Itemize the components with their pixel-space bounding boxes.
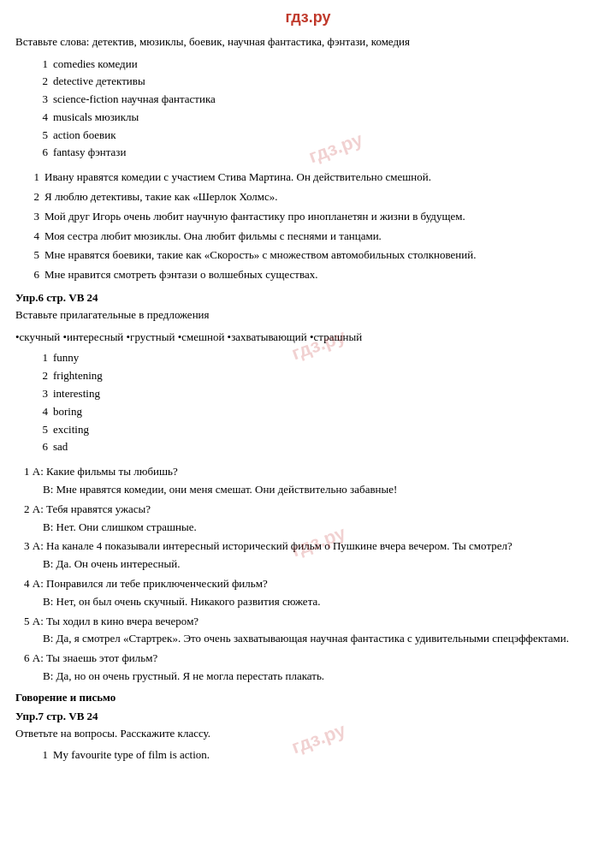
dialog-b: В: Мне нравятся комедии, они меня смешат… — [43, 481, 601, 499]
dialog-item: 1 А: Какие фильмы ты любишь? В: Мне нрав… — [24, 463, 601, 499]
sentence-text: Мой друг Игорь очень любит научную фанта… — [44, 208, 465, 226]
list-item: 1 funny — [33, 349, 601, 367]
dialog-num-a: 6 А: Ты знаешь этот фильм? — [24, 650, 601, 668]
item-num: 4 — [33, 403, 48, 421]
section2-header: Упр.6 стр. VB 24 — [15, 291, 601, 305]
dialog-b: В: Да, но он очень грустный. Я не могла … — [43, 668, 601, 686]
dialog-b: В: Да. Он очень интересный. — [43, 556, 601, 574]
list-item: 1 My favourite type of film is action. — [33, 746, 601, 764]
dialog-num: 2 — [24, 502, 30, 515]
list-item: 2 detective детективы — [33, 73, 601, 91]
sentence-num: 1 — [24, 169, 39, 187]
sentence-item: 2 Я люблю детективы, такие как «Шерлок Х… — [24, 188, 601, 206]
section3-header2: Упр.7 стр. VB 24 — [15, 710, 601, 723]
sentence-item: 5 Мне нравятся боевики, такие как «Скоро… — [24, 247, 601, 264]
item-text: interesting — [53, 385, 100, 403]
list-item: 3 science-fiction научная фантастика — [33, 91, 601, 109]
dialog-num: 4 — [24, 577, 30, 590]
item-num: 1 — [33, 56, 48, 74]
dialog-a: А: Тебя нравятся ужасы? — [33, 502, 151, 515]
item-text: comedies комедии — [53, 56, 138, 74]
dialog-a: А: Ты ходил в кино вчера вечером? — [33, 615, 198, 627]
item-num: 3 — [33, 385, 48, 403]
item-text: funny — [53, 349, 79, 367]
dialog-a: А: На канале 4 показывали интересный ист… — [33, 539, 512, 552]
list-item: 4 musicals мюзиклы — [33, 109, 601, 127]
list-item: 6 fantasy фэнтази — [33, 144, 601, 162]
sentence-num: 3 — [24, 208, 39, 226]
dialog-item: 3 А: На канале 4 показывали интересный и… — [24, 538, 601, 574]
list-item: 5 exciting — [33, 421, 601, 439]
dialog-num: 6 — [24, 651, 30, 664]
list-item: 3 interesting — [33, 385, 601, 403]
item-num: 6 — [33, 438, 48, 456]
list-item: 6 sad — [33, 438, 601, 456]
dialog-a: А: Понравился ли тебе приключенческий фи… — [33, 577, 268, 590]
item-num: 2 — [33, 367, 48, 385]
section1-instruction-text: Вставьте слова: детектив, мюзиклы, боеви… — [15, 35, 410, 48]
item-text: action боевик — [53, 127, 116, 145]
item-num: 5 — [33, 421, 48, 439]
dialog-num-a: 1 А: Какие фильмы ты любишь? — [24, 463, 601, 481]
list-item: 1 comedies комедии — [33, 56, 601, 74]
item-text: frightening — [53, 367, 103, 385]
dialog-a: А: Какие фильмы ты любишь? — [33, 465, 178, 478]
item-text: My favourite type of film is action. — [53, 746, 210, 764]
section3-list: 1 My favourite type of film is action. — [33, 746, 601, 764]
item-text: exciting — [53, 421, 89, 439]
dialog-item: 5 А: Ты ходил в кино вчера вечером? В: Д… — [24, 613, 601, 649]
item-num: 1 — [33, 746, 48, 764]
sentence-text: Мне нравится смотреть фэнтази о волшебны… — [44, 266, 318, 284]
site-title: гдз.ру — [15, 9, 601, 27]
dialog-num-a: 3 А: На канале 4 показывали интересный и… — [24, 538, 601, 556]
item-text: fantasy фэнтази — [53, 144, 126, 162]
item-text: sad — [53, 438, 68, 456]
item-num: 2 — [33, 73, 48, 91]
section3-header1: Говорение и письмо — [15, 691, 601, 704]
sentence-item: 4 Моя сестра любит мюзиклы. Она любит фи… — [24, 228, 601, 246]
section2-dialogs: 1 А: Какие фильмы ты любишь? В: Мне нрав… — [24, 463, 601, 686]
dialog-num-a: 5 А: Ты ходил в кино вчера вечером? — [24, 613, 601, 631]
dialog-num-a: 2 А: Тебя нравятся ужасы? — [24, 501, 601, 519]
sentence-text: Ивану нравятся комедии с участием Стива … — [44, 169, 431, 187]
item-text: science-fiction научная фантастика — [53, 91, 216, 109]
dialog-num: 5 — [24, 615, 30, 627]
section3-instruction: Ответьте на вопросы. Расскажите классу. — [15, 725, 601, 742]
list-item: 2 frightening — [33, 367, 601, 385]
sentence-num: 4 — [24, 228, 39, 246]
dialog-b: В: Нет, он был очень скучный. Никакого р… — [43, 593, 601, 611]
list-item: 4 boring — [33, 403, 601, 421]
sentence-item: 6 Мне нравится смотреть фэнтази о волшеб… — [24, 266, 601, 284]
dialog-num-a: 4 А: Понравился ли тебе приключенческий … — [24, 575, 601, 593]
item-text: musicals мюзиклы — [53, 109, 139, 127]
dialog-item: 4 А: Понравился ли тебе приключенческий … — [24, 575, 601, 611]
item-num: 5 — [33, 127, 48, 145]
section1-sentences: 1 Ивану нравятся комедии с участием Стив… — [24, 169, 601, 284]
sentence-num: 6 — [24, 266, 39, 284]
sentence-text: Я люблю детективы, такие как «Шерлок Хол… — [44, 188, 278, 206]
dialog-b: В: Нет. Они слишком страшные. — [43, 519, 601, 537]
sentence-item: 1 Ивану нравятся комедии с участием Стив… — [24, 169, 601, 187]
item-num: 4 — [33, 109, 48, 127]
item-text: detective детективы — [53, 73, 145, 91]
sentence-text: Моя сестра любит мюзиклы. Она любит филь… — [44, 228, 382, 246]
dialog-item: 6 А: Ты знаешь этот фильм? В: Да, но он … — [24, 650, 601, 686]
section2-word-list: 1 funny 2 frightening 3 interesting 4 bo… — [33, 349, 601, 456]
dialog-a: А: Ты знаешь этот фильм? — [33, 651, 158, 664]
sentence-num: 2 — [24, 188, 39, 206]
item-text: boring — [53, 403, 82, 421]
item-num: 6 — [33, 144, 48, 162]
section2-bullets: •скучный •интересный •грустный •смешной … — [15, 329, 601, 347]
sentence-item: 3 Мой друг Игорь очень любит научную фан… — [24, 208, 601, 226]
dialog-num: 1 — [24, 465, 30, 478]
dialog-item: 2 А: Тебя нравятся ужасы? В: Нет. Они сл… — [24, 501, 601, 537]
dialog-b: В: Да, я смотрел «Стартрек». Это очень з… — [43, 630, 601, 648]
item-num: 1 — [33, 349, 48, 367]
sentence-text: Мне нравятся боевики, такие как «Скорост… — [44, 247, 476, 264]
dialog-num: 3 — [24, 539, 30, 552]
section1-word-list: 1 comedies комедии 2 detective детективы… — [33, 56, 601, 163]
section2-instruction: Вставьте прилагательные в предложения — [15, 306, 601, 324]
list-item: 5 action боевик — [33, 127, 601, 145]
sentence-num: 5 — [24, 247, 39, 264]
item-num: 3 — [33, 91, 48, 109]
